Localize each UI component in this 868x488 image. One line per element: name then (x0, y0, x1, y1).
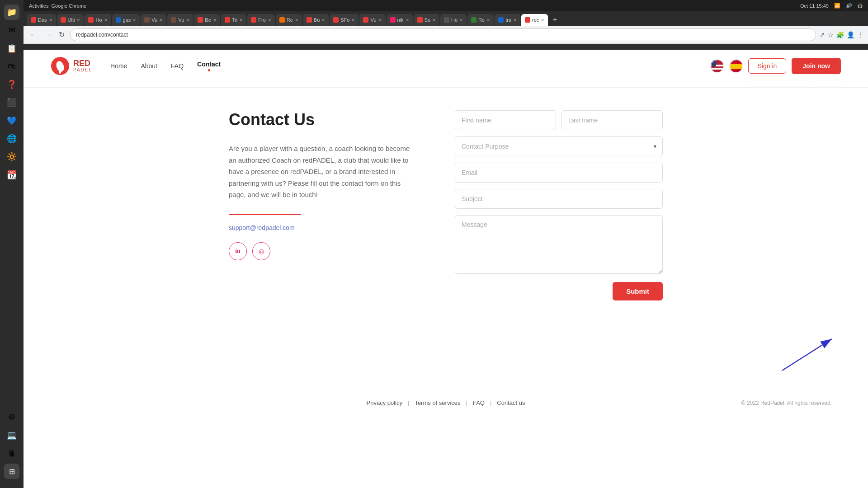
joinnow-button[interactable]: Join now (792, 58, 841, 74)
tab-15-close[interactable]: ✕ (432, 18, 436, 23)
taskbar-icon-email[interactable]: ✉ (4, 23, 19, 38)
tab-4[interactable]: gas ✕ (112, 14, 140, 26)
tab-1-close[interactable]: ✕ (49, 18, 52, 23)
tab-10-close[interactable]: ✕ (295, 18, 298, 23)
sub-nav-bar (24, 82, 868, 88)
tab-3-label: Ho (95, 17, 102, 23)
first-name-input[interactable] (455, 110, 556, 130)
browser-refresh-button[interactable]: ↻ (57, 29, 66, 40)
tab-15-favicon (417, 17, 423, 23)
tab-13[interactable]: Vu ✕ (359, 14, 385, 26)
tab-1-label: Das (38, 17, 47, 23)
tab-4-close[interactable]: ✕ (132, 18, 136, 23)
tab-19-close[interactable]: ✕ (541, 18, 544, 23)
tab-9-close[interactable]: ✕ (268, 18, 271, 23)
site-logo[interactable]: RED PADEL (51, 56, 92, 75)
tab-3[interactable]: Ho ✕ (85, 14, 111, 26)
tab-4-favicon (116, 17, 121, 23)
instagram-icon[interactable]: ◎ (252, 242, 270, 260)
support-email-link[interactable]: support@redpadel.com (229, 224, 419, 231)
tab-14-close[interactable]: ✕ (406, 18, 409, 23)
tab-8-close[interactable]: ✕ (239, 18, 243, 23)
browser-bookmark-icon[interactable]: ☆ (828, 31, 834, 38)
submit-button[interactable]: Submit (613, 282, 663, 300)
tab-7[interactable]: Be ✕ (194, 14, 220, 26)
tab-5-close[interactable]: ✕ (159, 18, 163, 23)
tab-6[interactable]: Vu ✕ (167, 14, 193, 26)
tab-7-label: Be (205, 17, 211, 23)
last-name-input[interactable] (561, 110, 663, 130)
taskbar-icon-store[interactable]: 🛍 (4, 59, 19, 74)
taskbar-icon-spark[interactable]: 🔆 (4, 149, 19, 164)
email-input[interactable] (455, 163, 663, 183)
tab-4-label: gas (123, 17, 131, 23)
tab-19-active[interactable]: rec ✕ (521, 14, 548, 26)
tab-16-close[interactable]: ✕ (459, 18, 463, 23)
footer-privacy-link[interactable]: Privacy policy (367, 399, 402, 406)
browser-profile-icon[interactable]: 👤 (847, 31, 854, 38)
contact-purpose-wrapper: Contact Purpose Player Question Coach Ap… (455, 136, 663, 156)
tab-10[interactable]: Re ✕ (276, 14, 302, 26)
tab-11-close[interactable]: ✕ (321, 18, 325, 23)
browser-menu-icon[interactable]: ⋮ (857, 31, 863, 38)
taskbar-icon-system[interactable]: 💻 (4, 427, 19, 443)
tab-8[interactable]: Tri ✕ (221, 14, 246, 26)
nav-link-home[interactable]: Home (110, 62, 127, 70)
taskbar-icon-settings[interactable]: ⚙ (4, 409, 19, 425)
tab-13-close[interactable]: ✕ (378, 18, 382, 23)
browser-address-bar[interactable] (70, 28, 816, 41)
tab-6-close[interactable]: ✕ (186, 18, 189, 23)
tab-14[interactable]: nik ✕ (387, 14, 413, 26)
svg-rect-5 (711, 68, 724, 70)
signin-button[interactable]: Sign in (748, 58, 787, 74)
tab-3-close[interactable]: ✕ (104, 18, 108, 23)
tab-11[interactable]: Bu ✕ (303, 14, 329, 26)
tab-5[interactable]: Vu ✕ (141, 14, 166, 26)
os-activities-label[interactable]: Activities (29, 3, 48, 9)
taskbar-icon-vscode[interactable]: 💙 (4, 113, 19, 128)
tab-19-label: rec (532, 17, 539, 23)
taskbar-icon-trash[interactable]: 🗑 (4, 446, 19, 456)
taskbar-icon-notes[interactable]: 📋 (4, 41, 19, 56)
tab-3-favicon (88, 17, 94, 23)
browser-back-button[interactable]: ← (28, 30, 39, 40)
taskbar-icon-terminal[interactable]: ⬛ (4, 95, 19, 110)
browser-share-icon[interactable]: ↗ (820, 31, 825, 38)
tab-12-close[interactable]: ✕ (351, 18, 355, 23)
tab-18-close[interactable]: ✕ (513, 18, 517, 23)
browser-extension-icon[interactable]: 🧩 (836, 31, 844, 38)
social-icons: in ◎ (229, 242, 419, 260)
tab-16[interactable]: Ho ✕ (440, 14, 467, 26)
flag-us[interactable] (710, 59, 724, 73)
taskbar-icon-calendar[interactable]: 📆 (4, 167, 19, 183)
linkedin-icon[interactable]: in (229, 242, 247, 260)
tab-18[interactable]: tra ✕ (495, 14, 520, 26)
tab-11-favicon (307, 17, 312, 23)
nav-link-about[interactable]: About (141, 62, 157, 70)
footer-faq-link[interactable]: FAQ (473, 399, 485, 406)
contact-purpose-select[interactable]: Contact Purpose Player Question Coach Ap… (455, 136, 663, 156)
footer-contact-link[interactable]: Contact us (497, 399, 525, 406)
tab-1[interactable]: Das ✕ (27, 14, 56, 26)
tab-9[interactable]: Fro ✕ (247, 14, 275, 26)
taskbar-icon-help[interactable]: ❓ (4, 77, 19, 92)
message-textarea[interactable] (455, 215, 663, 274)
taskbar-icon-chrome[interactable]: 🌐 (4, 131, 19, 146)
browser-forward-button[interactable]: → (42, 30, 53, 40)
nav-link-faq[interactable]: FAQ (171, 62, 184, 70)
tab-15[interactable]: Su ✕ (414, 14, 439, 26)
flag-spain[interactable] (729, 59, 743, 73)
tab-17-close[interactable]: ✕ (486, 18, 490, 23)
footer-terms-link[interactable]: Terms of services (415, 399, 460, 406)
subject-input[interactable] (455, 189, 663, 209)
tab-17[interactable]: Re ✕ (467, 14, 494, 26)
nav-link-contact[interactable]: Contact (197, 61, 221, 68)
tab-7-close[interactable]: ✕ (213, 18, 217, 23)
tab-2-close[interactable]: ✕ (76, 18, 80, 23)
taskbar-icon-files[interactable]: 📁 (4, 5, 19, 20)
tab-12-favicon (333, 17, 339, 23)
tab-2[interactable]: Ulti ✕ (57, 14, 84, 26)
new-tab-button[interactable]: + (549, 14, 561, 26)
tab-12[interactable]: SFo ✕ (330, 14, 359, 26)
first-name-field (455, 110, 556, 130)
